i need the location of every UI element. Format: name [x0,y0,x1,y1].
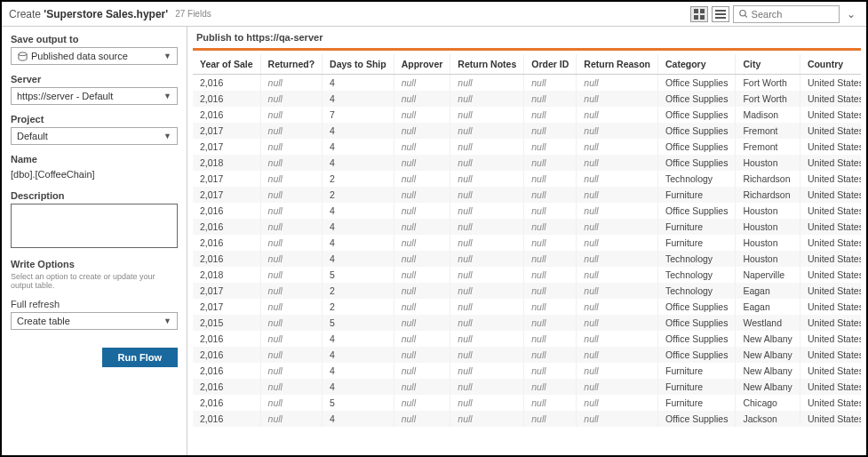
column-header[interactable]: City [736,54,800,75]
table-cell: New Albany [736,347,800,363]
table-cell: 4 [323,139,394,155]
write-options-label: Write Options [11,259,178,269]
project-select[interactable]: Default ▼ [11,127,178,145]
table-cell: null [577,187,658,203]
search-input[interactable] [752,9,833,20]
table-row[interactable]: 2,016null4nullnullnullnullFurnitureNew A… [193,379,861,395]
table-row[interactable]: 2,016null4nullnullnullnullOffice Supplie… [193,411,861,427]
table-cell: null [450,187,524,203]
table-cell: United States [800,75,861,92]
table-row[interactable]: 2,015null5nullnullnullnullOffice Supplie… [193,315,861,331]
table-cell: null [450,107,524,123]
table-row[interactable]: 2,016null4nullnullnullnullOffice Supplie… [193,331,861,347]
table-cell: null [450,91,524,107]
caret-down-icon: ▼ [163,52,171,60]
server-select[interactable]: https://server - Default ▼ [11,87,178,105]
search-box[interactable] [733,5,840,23]
table-row[interactable]: 2,016null4nullnullnullnullFurnitureHoust… [193,219,861,235]
table-cell: null [577,347,658,363]
table-cell: United States [800,315,861,331]
svg-rect-2 [694,15,698,20]
list-view-button[interactable] [712,6,729,22]
table-cell: 2,016 [193,347,260,363]
caret-down-icon: ▼ [163,132,171,140]
project-label: Project [11,114,178,124]
table-row[interactable]: 2,016null4nullnullnullnullTechnologyHous… [193,251,861,267]
table-row[interactable]: 2,016null4nullnullnullnullOffice Supplie… [193,347,861,363]
column-header[interactable]: Year of Sale [193,54,260,75]
table-cell: 4 [323,331,394,347]
table-cell: Furniture [657,235,735,251]
table-cell: null [394,123,450,139]
collapse-chevron-icon[interactable]: ⌄ [843,8,859,20]
save-output-select[interactable]: Published data source ▼ [11,47,178,65]
table-row[interactable]: 2,017null2nullnullnullnullFurnitureRicha… [193,187,861,203]
table-cell: United States [800,411,861,427]
table-cell: null [394,203,450,219]
column-header[interactable]: Days to Ship [323,54,394,75]
table-row[interactable]: 2,016null4nullnullnullnullOffice Supplie… [193,75,861,92]
table-cell: 2,017 [193,299,260,315]
column-header[interactable]: Country [800,54,861,75]
column-header[interactable]: Approver [394,54,450,75]
table-cell: null [260,395,323,411]
table-cell: null [394,379,450,395]
full-refresh-select[interactable]: Create table ▼ [11,312,178,330]
data-preview-table[interactable]: Year of SaleReturned?Days to ShipApprove… [193,54,861,450]
column-header[interactable]: Return Notes [450,54,524,75]
table-row[interactable]: 2,017null2nullnullnullnullOffice Supplie… [193,299,861,315]
table-cell: null [394,267,450,283]
table-cell: 2,016 [193,75,260,92]
table-cell: null [577,411,658,427]
table-cell: null [577,123,658,139]
table-cell: 2,017 [193,139,260,155]
table-row[interactable]: 2,018null5nullnullnullnullTechnologyNape… [193,267,861,283]
table-cell: null [577,251,658,267]
table-row[interactable]: 2,016null4nullnullnullnullOffice Supplie… [193,91,861,107]
table-row[interactable]: 2,016null7nullnullnullnullOffice Supplie… [193,107,861,123]
table-row[interactable]: 2,017null2nullnullnullnullTechnologyRich… [193,171,861,187]
table-cell: 5 [323,315,394,331]
table-cell: null [394,411,450,427]
table-row[interactable]: 2,016null4nullnullnullnullFurnitureHoust… [193,235,861,251]
table-cell: 5 [323,267,394,283]
table-cell: Fremont [736,139,800,155]
table-cell: 4 [323,347,394,363]
table-cell: 2,017 [193,187,260,203]
table-row[interactable]: 2,016null5nullnullnullnullFurnitureChica… [193,395,861,411]
page-title: Create 'Superstore Sales.hyper' [9,8,168,20]
table-cell: null [524,75,577,92]
table-cell: null [260,123,323,139]
column-header[interactable]: Return Reason [577,54,658,75]
column-header[interactable]: Category [657,54,735,75]
field-count: 27 Fields [175,9,211,19]
table-row[interactable]: 2,017null4nullnullnullnullOffice Supplie… [193,123,861,139]
table-cell: null [260,75,323,92]
svg-line-8 [745,15,746,17]
grid-view-button[interactable] [690,6,708,22]
run-flow-button[interactable]: Run Flow [102,348,179,367]
table-row[interactable]: 2,018null4nullnullnullnullOffice Supplie… [193,155,861,171]
table-row[interactable]: 2,017null2nullnullnullnullTechnologyEaga… [193,283,861,299]
table-cell: Technology [657,267,735,283]
table-cell: null [577,267,658,283]
table-cell: Jackson [736,411,800,427]
column-header[interactable]: Order ID [524,54,577,75]
table-row[interactable]: 2,016null4nullnullnullnullOffice Supplie… [193,203,861,219]
table-row[interactable]: 2,016null4nullnullnullnullFurnitureNew A… [193,363,861,379]
table-cell: null [394,315,450,331]
table-cell: 2,016 [193,219,260,235]
table-cell: 2,016 [193,107,260,123]
table-cell: null [260,251,323,267]
description-input[interactable] [11,204,178,248]
column-header[interactable]: Returned? [260,54,323,75]
table-cell: United States [800,219,861,235]
table-cell: null [394,235,450,251]
table-cell: null [260,219,323,235]
table-cell: null [394,107,450,123]
table-cell: 4 [323,363,394,379]
table-row[interactable]: 2,017null4nullnullnullnullOffice Supplie… [193,139,861,155]
table-cell: Office Supplies [657,299,735,315]
table-cell: Office Supplies [657,315,735,331]
table-cell: null [394,299,450,315]
